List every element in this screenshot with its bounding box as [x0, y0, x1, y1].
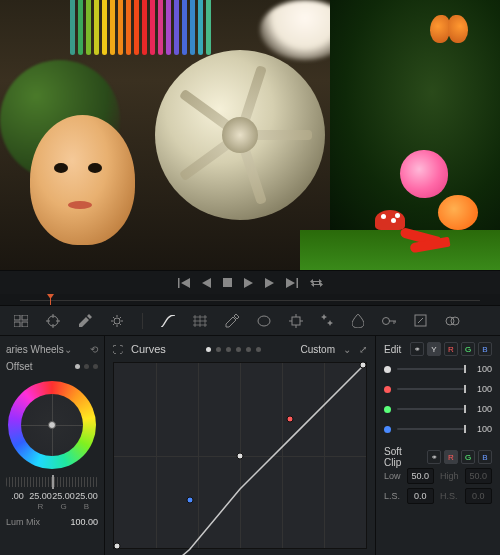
offset-g-value[interactable]: 25.00 [52, 491, 75, 501]
viewer[interactable] [0, 0, 500, 270]
svg-rect-2 [22, 315, 28, 320]
curves-panel: ⛶ Curves Custom ⌄ ⤢ [105, 336, 375, 555]
softclip-low-label: Low [384, 471, 401, 481]
softclip-ls-field[interactable]: 0.0 [407, 488, 434, 504]
softclip-link-toggle[interactable]: ⚭ [427, 450, 441, 464]
reset-icon[interactable]: ⟲ [90, 344, 98, 355]
primaries-panel-title: aries Wheels [6, 344, 64, 355]
next-frame-button[interactable] [265, 278, 274, 288]
intensity-slider-g[interactable]: 100 [384, 400, 492, 418]
playhead[interactable] [50, 295, 51, 305]
stereo-tool-icon[interactable] [445, 316, 460, 326]
loop-button[interactable] [310, 278, 323, 288]
edit-label: Edit [384, 344, 401, 355]
primaries-panel: aries Wheels ⌄ ⟲ Offset .00 25.00R 25.00… [0, 336, 105, 555]
softclip-high-field[interactable]: 50.0 [465, 468, 492, 484]
channel-y-button[interactable]: Y [427, 342, 441, 356]
stop-button[interactable] [223, 278, 232, 287]
eyedropper-tool-icon[interactable] [78, 314, 92, 328]
play-button[interactable] [244, 278, 253, 288]
softclip-ls-label: L.S. [384, 491, 401, 501]
offset-master-scrub[interactable] [6, 477, 98, 487]
curves-graph[interactable] [113, 362, 367, 549]
scene-doll-head [30, 115, 135, 245]
link-icon[interactable]: ⛶ [113, 344, 123, 355]
offset-value[interactable]: .00 [11, 491, 24, 501]
softclip-hs-label: H.S. [440, 491, 459, 501]
channel-b-button[interactable]: B [478, 342, 492, 356]
scene-rose [400, 150, 448, 198]
magic-tool-icon[interactable] [321, 314, 334, 327]
svg-rect-8 [292, 317, 300, 325]
curves-edit-panel: Edit ⚭ Y R G B 100 100 100 [375, 336, 500, 555]
sizing-tool-icon[interactable] [414, 314, 427, 327]
expand-icon[interactable]: ⤢ [359, 344, 367, 355]
svg-rect-3 [14, 322, 20, 327]
scene-butterfly [430, 15, 470, 45]
softclip-low-field[interactable]: 50.0 [407, 468, 434, 484]
offset-b-value[interactable]: 25.00 [75, 491, 98, 501]
offset-r-value[interactable]: 25.00 [29, 491, 52, 501]
offset-rgb-values: .00 25.00R 25.00G 25.00B [6, 491, 98, 511]
svg-rect-1 [14, 315, 20, 320]
gallery-tool-icon[interactable] [14, 315, 28, 327]
g-label: G [60, 502, 66, 511]
warper-tool-icon[interactable] [193, 315, 207, 327]
transport-bar [0, 270, 500, 294]
softclip-b-button[interactable]: B [478, 450, 492, 464]
softclip-hs-field[interactable]: 0.0 [465, 488, 492, 504]
svg-point-9 [383, 317, 390, 324]
intensity-slider-r[interactable]: 100 [384, 380, 492, 398]
offset-color-wheel[interactable] [8, 381, 96, 469]
curve-point-white[interactable] [360, 361, 367, 368]
softclip-high-label: High [440, 471, 459, 481]
prev-frame-button[interactable] [202, 278, 211, 288]
window-tool-icon[interactable] [257, 315, 271, 327]
swatch-icon [384, 386, 391, 393]
chevron-down-icon[interactable]: ⌄ [343, 344, 351, 355]
channel-link-toggle[interactable]: ⚭ [410, 342, 424, 356]
slider-value[interactable]: 100 [470, 424, 492, 434]
intensity-slider-b[interactable]: 100 [384, 420, 492, 438]
first-frame-button[interactable] [178, 278, 190, 288]
lum-mix-value[interactable]: 100.00 [70, 517, 98, 527]
scene-crayons [70, 0, 250, 55]
curve-point-mid[interactable] [237, 452, 244, 459]
curve-point-black[interactable] [113, 543, 120, 550]
curves-tool-icon[interactable] [161, 315, 175, 327]
crosshair-tool-icon[interactable] [46, 314, 60, 328]
channel-g-button[interactable]: G [461, 342, 475, 356]
slider-value[interactable]: 100 [470, 384, 492, 394]
svg-point-6 [114, 318, 120, 324]
curve-point-blue[interactable] [186, 496, 193, 503]
intensity-slider-y[interactable]: 100 [384, 360, 492, 378]
r-label: R [38, 502, 44, 511]
curve-point-red[interactable] [287, 415, 294, 422]
channel-r-button[interactable]: R [444, 342, 458, 356]
softclip-g-button[interactable]: G [461, 450, 475, 464]
slider-value[interactable]: 100 [470, 364, 492, 374]
curves-mode-label[interactable]: Custom [301, 344, 335, 355]
qualifier-tool-icon[interactable] [225, 314, 239, 328]
slider-value[interactable]: 100 [470, 404, 492, 414]
svg-point-12 [451, 317, 459, 325]
key-tool-icon[interactable] [382, 316, 396, 326]
curves-title: Curves [131, 343, 166, 355]
tracker-tool-icon[interactable] [289, 314, 303, 328]
svg-point-7 [258, 316, 270, 326]
svg-rect-0 [223, 278, 232, 287]
blur-tool-icon[interactable] [352, 314, 364, 328]
balance-tool-icon[interactable] [110, 314, 124, 328]
chevron-down-icon[interactable]: ⌄ [64, 344, 72, 355]
last-frame-button[interactable] [286, 278, 298, 288]
swatch-icon [384, 406, 391, 413]
softclip-r-button[interactable]: R [444, 450, 458, 464]
swatch-icon [384, 366, 391, 373]
scene-mushroom [375, 210, 405, 230]
softclip-label: Soft Clip [384, 446, 421, 468]
offset-label: Offset [6, 361, 33, 372]
wheel-handle[interactable] [48, 421, 56, 429]
wheel-page-dots[interactable] [75, 364, 98, 369]
mini-timeline[interactable] [0, 294, 500, 306]
curves-mode-dots[interactable] [206, 347, 261, 352]
